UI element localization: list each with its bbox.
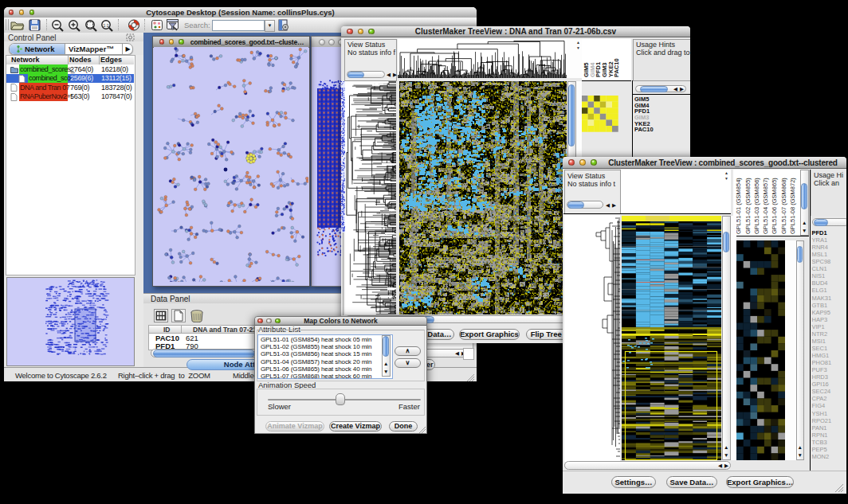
- svg-text:1:1: 1:1: [103, 23, 109, 28]
